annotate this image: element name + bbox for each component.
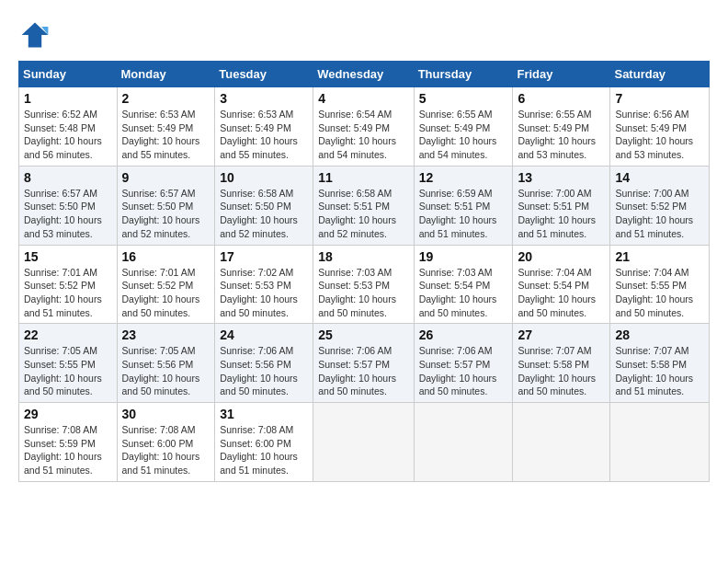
calendar-day-cell xyxy=(414,403,513,482)
calendar-day-cell: 17 Sunrise: 7:02 AM Sunset: 5:53 PM Dayl… xyxy=(215,245,313,324)
day-number: 5 xyxy=(419,91,508,106)
calendar-day-cell: 7 Sunrise: 6:56 AM Sunset: 5:49 PM Dayli… xyxy=(610,87,710,167)
calendar-day-cell: 31 Sunrise: 7:08 AM Sunset: 6:00 PM Dayl… xyxy=(215,403,313,482)
calendar-day-cell: 10 Sunrise: 6:58 AM Sunset: 5:50 PM Dayl… xyxy=(215,166,313,245)
day-number: 17 xyxy=(220,249,308,264)
day-info: Sunrise: 6:52 AM Sunset: 5:48 PM Dayligh… xyxy=(24,108,112,162)
logo xyxy=(18,18,57,52)
weekday-header: Sunday xyxy=(19,62,118,87)
day-info: Sunrise: 6:56 AM Sunset: 5:49 PM Dayligh… xyxy=(615,108,704,162)
day-info: Sunrise: 7:06 AM Sunset: 5:57 PM Dayligh… xyxy=(419,344,508,398)
day-info: Sunrise: 7:06 AM Sunset: 5:56 PM Dayligh… xyxy=(220,344,308,398)
day-number: 1 xyxy=(24,91,112,106)
day-number: 20 xyxy=(518,249,605,264)
day-info: Sunrise: 6:59 AM Sunset: 5:51 PM Dayligh… xyxy=(419,187,508,241)
day-number: 10 xyxy=(220,170,308,185)
calendar-header-row: SundayMondayTuesdayWednesdayThursdayFrid… xyxy=(19,62,710,87)
day-number: 2 xyxy=(122,91,210,106)
calendar-day-cell: 28 Sunrise: 7:07 AM Sunset: 5:58 PM Dayl… xyxy=(610,324,710,403)
calendar-table: SundayMondayTuesdayWednesdayThursdayFrid… xyxy=(18,61,710,482)
calendar-day-cell xyxy=(610,403,710,482)
day-info: Sunrise: 7:03 AM Sunset: 5:53 PM Dayligh… xyxy=(318,266,408,320)
day-number: 15 xyxy=(24,249,112,264)
day-number: 7 xyxy=(615,91,704,106)
calendar-day-cell: 30 Sunrise: 7:08 AM Sunset: 6:00 PM Dayl… xyxy=(117,403,215,482)
day-number: 6 xyxy=(518,91,605,106)
day-number: 14 xyxy=(615,170,704,185)
day-number: 21 xyxy=(615,249,704,264)
calendar-day-cell: 6 Sunrise: 6:55 AM Sunset: 5:49 PM Dayli… xyxy=(513,87,610,167)
calendar-day-cell: 12 Sunrise: 6:59 AM Sunset: 5:51 PM Dayl… xyxy=(414,166,513,245)
weekday-header: Saturday xyxy=(610,62,710,87)
day-number: 27 xyxy=(518,327,605,342)
calendar-day-cell: 14 Sunrise: 7:00 AM Sunset: 5:52 PM Dayl… xyxy=(610,166,710,245)
day-info: Sunrise: 6:55 AM Sunset: 5:49 PM Dayligh… xyxy=(518,108,605,162)
day-number: 29 xyxy=(24,407,112,421)
svg-marker-0 xyxy=(22,23,49,48)
calendar-day-cell: 15 Sunrise: 7:01 AM Sunset: 5:52 PM Dayl… xyxy=(19,245,118,324)
calendar-day-cell: 4 Sunrise: 6:54 AM Sunset: 5:49 PM Dayli… xyxy=(313,87,414,167)
calendar-day-cell: 20 Sunrise: 7:04 AM Sunset: 5:54 PM Dayl… xyxy=(513,245,610,324)
day-info: Sunrise: 7:07 AM Sunset: 5:58 PM Dayligh… xyxy=(615,344,704,398)
calendar-week-row: 29 Sunrise: 7:08 AM Sunset: 5:59 PM Dayl… xyxy=(19,403,710,482)
day-number: 3 xyxy=(220,91,308,106)
calendar-day-cell: 11 Sunrise: 6:58 AM Sunset: 5:51 PM Dayl… xyxy=(313,166,414,245)
day-info: Sunrise: 7:05 AM Sunset: 5:56 PM Dayligh… xyxy=(122,344,210,398)
day-info: Sunrise: 6:57 AM Sunset: 5:50 PM Dayligh… xyxy=(122,187,210,241)
day-info: Sunrise: 7:02 AM Sunset: 5:53 PM Dayligh… xyxy=(220,266,308,320)
day-number: 31 xyxy=(220,407,308,421)
calendar-day-cell: 13 Sunrise: 7:00 AM Sunset: 5:51 PM Dayl… xyxy=(513,166,610,245)
day-number: 24 xyxy=(220,327,308,342)
day-info: Sunrise: 7:08 AM Sunset: 6:00 PM Dayligh… xyxy=(122,423,210,477)
calendar-week-row: 22 Sunrise: 7:05 AM Sunset: 5:55 PM Dayl… xyxy=(19,324,710,403)
calendar-day-cell: 3 Sunrise: 6:53 AM Sunset: 5:49 PM Dayli… xyxy=(215,87,313,167)
calendar-day-cell: 1 Sunrise: 6:52 AM Sunset: 5:48 PM Dayli… xyxy=(19,87,118,167)
day-info: Sunrise: 6:53 AM Sunset: 5:49 PM Dayligh… xyxy=(220,108,308,162)
day-info: Sunrise: 6:58 AM Sunset: 5:50 PM Dayligh… xyxy=(220,187,308,241)
calendar-day-cell xyxy=(513,403,610,482)
calendar-day-cell: 5 Sunrise: 6:55 AM Sunset: 5:49 PM Dayli… xyxy=(414,87,513,167)
calendar-day-cell: 8 Sunrise: 6:57 AM Sunset: 5:50 PM Dayli… xyxy=(19,166,118,245)
day-number: 25 xyxy=(318,327,408,342)
day-info: Sunrise: 7:01 AM Sunset: 5:52 PM Dayligh… xyxy=(122,266,210,320)
calendar-day-cell: 26 Sunrise: 7:06 AM Sunset: 5:57 PM Dayl… xyxy=(414,324,513,403)
calendar-day-cell: 18 Sunrise: 7:03 AM Sunset: 5:53 PM Dayl… xyxy=(313,245,414,324)
calendar-day-cell: 23 Sunrise: 7:05 AM Sunset: 5:56 PM Dayl… xyxy=(117,324,215,403)
day-info: Sunrise: 7:06 AM Sunset: 5:57 PM Dayligh… xyxy=(318,344,408,398)
calendar-week-row: 8 Sunrise: 6:57 AM Sunset: 5:50 PM Dayli… xyxy=(19,166,710,245)
day-number: 30 xyxy=(122,407,210,421)
day-info: Sunrise: 7:01 AM Sunset: 5:52 PM Dayligh… xyxy=(24,266,112,320)
day-number: 11 xyxy=(318,170,408,185)
calendar-day-cell: 25 Sunrise: 7:06 AM Sunset: 5:57 PM Dayl… xyxy=(313,324,414,403)
day-number: 19 xyxy=(419,249,508,264)
calendar-day-cell: 16 Sunrise: 7:01 AM Sunset: 5:52 PM Dayl… xyxy=(117,245,215,324)
logo-icon xyxy=(18,18,51,52)
day-info: Sunrise: 6:57 AM Sunset: 5:50 PM Dayligh… xyxy=(24,187,112,241)
day-number: 4 xyxy=(318,91,408,106)
calendar-day-cell: 2 Sunrise: 6:53 AM Sunset: 5:49 PM Dayli… xyxy=(117,87,215,167)
calendar-week-row: 1 Sunrise: 6:52 AM Sunset: 5:48 PM Dayli… xyxy=(19,87,710,167)
day-info: Sunrise: 7:00 AM Sunset: 5:52 PM Dayligh… xyxy=(615,187,704,241)
calendar-day-cell: 21 Sunrise: 7:04 AM Sunset: 5:55 PM Dayl… xyxy=(610,245,710,324)
day-info: Sunrise: 7:08 AM Sunset: 6:00 PM Dayligh… xyxy=(220,423,308,477)
day-info: Sunrise: 6:58 AM Sunset: 5:51 PM Dayligh… xyxy=(318,187,408,241)
weekday-header: Thursday xyxy=(414,62,513,87)
calendar-day-cell: 22 Sunrise: 7:05 AM Sunset: 5:55 PM Dayl… xyxy=(19,324,118,403)
calendar-day-cell: 29 Sunrise: 7:08 AM Sunset: 5:59 PM Dayl… xyxy=(19,403,118,482)
day-info: Sunrise: 7:03 AM Sunset: 5:54 PM Dayligh… xyxy=(419,266,508,320)
day-info: Sunrise: 7:07 AM Sunset: 5:58 PM Dayligh… xyxy=(518,344,605,398)
calendar-day-cell: 19 Sunrise: 7:03 AM Sunset: 5:54 PM Dayl… xyxy=(414,245,513,324)
weekday-header: Tuesday xyxy=(215,62,313,87)
weekday-header: Friday xyxy=(513,62,610,87)
day-info: Sunrise: 7:04 AM Sunset: 5:55 PM Dayligh… xyxy=(615,266,704,320)
day-info: Sunrise: 7:00 AM Sunset: 5:51 PM Dayligh… xyxy=(518,187,605,241)
calendar-day-cell: 9 Sunrise: 6:57 AM Sunset: 5:50 PM Dayli… xyxy=(117,166,215,245)
day-info: Sunrise: 6:53 AM Sunset: 5:49 PM Dayligh… xyxy=(122,108,210,162)
day-info: Sunrise: 6:55 AM Sunset: 5:49 PM Dayligh… xyxy=(419,108,508,162)
day-info: Sunrise: 7:04 AM Sunset: 5:54 PM Dayligh… xyxy=(518,266,605,320)
day-number: 9 xyxy=(122,170,210,185)
day-number: 16 xyxy=(122,249,210,264)
page-header xyxy=(18,18,710,52)
weekday-header: Wednesday xyxy=(313,62,414,87)
day-number: 8 xyxy=(24,170,112,185)
